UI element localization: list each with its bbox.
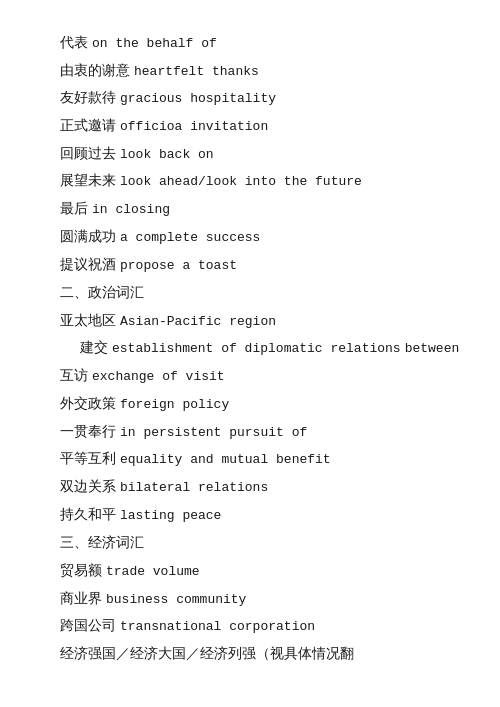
english-definition: lasting peace	[120, 504, 221, 529]
english-definition: bilateral relations	[120, 476, 268, 501]
english-definition: business community	[106, 588, 246, 613]
list-item: 持久和平lasting peace	[60, 502, 460, 529]
list-item: 代表on the behalf of	[60, 30, 460, 57]
english-definition: a complete success	[120, 226, 260, 251]
chinese-term: 展望未来	[60, 168, 116, 195]
english-definition: gracious hospitality	[120, 87, 276, 112]
chinese-term: 贸易额	[60, 558, 102, 585]
english-definition: in persistent pursuit of	[120, 421, 307, 446]
chinese-term: 建交	[80, 335, 108, 362]
english-definition: exchange of visit	[92, 365, 225, 390]
list-item: 外交政策foreign policy	[60, 391, 460, 418]
chinese-term: 双边关系	[60, 474, 116, 501]
english-definition: equality and mutual benefit	[120, 448, 331, 473]
list-item: 二、政治词汇	[60, 280, 460, 307]
list-item: 商业界business community	[60, 586, 460, 613]
list-item: 最后in closing	[60, 196, 460, 223]
vocabulary-list: 代表on the behalf of由衷的谢意heartfelt thanks友…	[60, 30, 460, 668]
chinese-term: 平等互利	[60, 446, 116, 473]
chinese-term: 回顾过去	[60, 141, 116, 168]
chinese-term: 代表	[60, 30, 88, 57]
english-definition: in closing	[92, 198, 170, 223]
chinese-term: 亚太地区	[60, 308, 116, 335]
list-item: 建交establishment of diplomatic relationsb…	[60, 335, 460, 362]
english-definition: look ahead/look into the future	[120, 170, 362, 195]
english-definition: establishment of diplomatic relations	[112, 337, 401, 362]
list-item: 贸易额trade volume	[60, 558, 460, 585]
chinese-term: 持久和平	[60, 502, 116, 529]
english-continuation: between	[405, 341, 460, 356]
list-item: 双边关系bilateral relations	[60, 474, 460, 501]
english-definition: look back on	[120, 143, 214, 168]
list-item: 平等互利equality and mutual benefit	[60, 446, 460, 473]
list-item: 由衷的谢意heartfelt thanks	[60, 58, 460, 85]
list-item: 回顾过去look back on	[60, 141, 460, 168]
english-definition: transnational corporation	[120, 615, 315, 640]
list-item: 跨国公司transnational corporation	[60, 613, 460, 640]
english-definition: foreign policy	[120, 393, 229, 418]
list-item: 经济强国／经济大国／经济列强（视具体情况翻	[60, 641, 460, 668]
section-title: 二、政治词汇	[60, 285, 144, 300]
chinese-term: 由衷的谢意	[60, 58, 130, 85]
section-title: 三、经济词汇	[60, 535, 144, 550]
list-item: 提议祝酒propose a toast	[60, 252, 460, 279]
chinese-term: 友好款待	[60, 85, 116, 112]
chinese-term: 商业界	[60, 586, 102, 613]
list-item: 三、经济词汇	[60, 530, 460, 557]
english-definition: officioa invitation	[120, 115, 268, 140]
chinese-term: 提议祝酒	[60, 252, 116, 279]
chinese-term: 最后	[60, 196, 88, 223]
chinese-term: 经济强国／经济大国／经济列强（视具体情况翻	[60, 641, 354, 668]
list-item: 友好款待gracious hospitality	[60, 85, 460, 112]
list-item: 一贯奉行in persistent pursuit of	[60, 419, 460, 446]
english-definition: Asian-Pacific region	[120, 310, 276, 335]
english-definition: trade volume	[106, 560, 200, 585]
english-definition: propose a toast	[120, 254, 237, 279]
list-item: 正式邀请officioa invitation	[60, 113, 460, 140]
chinese-term: 圆满成功	[60, 224, 116, 251]
list-item: 亚太地区Asian-Pacific region	[60, 308, 460, 335]
list-item: 圆满成功a complete success	[60, 224, 460, 251]
english-definition: heartfelt thanks	[134, 60, 259, 85]
english-definition: on the behalf of	[92, 32, 217, 57]
chinese-term: 一贯奉行	[60, 419, 116, 446]
chinese-term: 跨国公司	[60, 613, 116, 640]
list-item: 互访exchange of visit	[60, 363, 460, 390]
list-item: 展望未来look ahead/look into the future	[60, 168, 460, 195]
chinese-term: 互访	[60, 363, 88, 390]
chinese-term: 正式邀请	[60, 113, 116, 140]
chinese-term: 外交政策	[60, 391, 116, 418]
